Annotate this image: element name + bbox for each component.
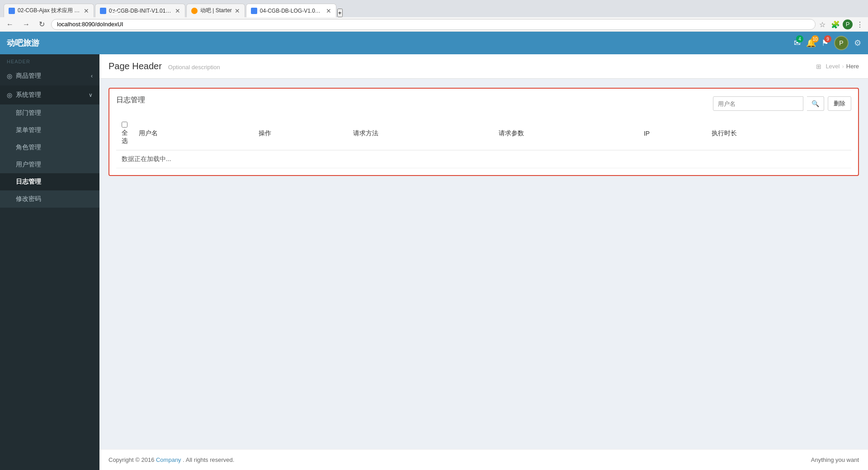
log-table-wrapper: 全选 用户名 操作 请求方法 请求参数 IP 执行时长 (116, 117, 851, 168)
col-operation: 操作 (253, 117, 348, 150)
new-tab-button[interactable]: + (337, 9, 343, 17)
sidebar-submenu-menu[interactable]: 菜单管理 (0, 122, 99, 139)
footer-copyright: Copyright © 2016 (108, 456, 154, 463)
select-all-checkbox[interactable] (122, 122, 127, 128)
col-method: 请求方法 (348, 117, 493, 150)
forward-button[interactable]: → (20, 19, 33, 29)
header-settings-icon[interactable]: ⚙ (854, 38, 861, 48)
page-title-group: Page Header Optional description (108, 61, 220, 71)
system-arrow: ∨ (89, 92, 93, 98)
profile-icon[interactable]: P (843, 19, 853, 29)
col-select-all-label: 全选 (122, 129, 128, 144)
tab-favicon-2 (100, 8, 106, 14)
footer: Copyright © 2016 Company . All rights re… (99, 449, 868, 470)
sidebar-item-goods[interactable]: ◎ 商品管理 ‹ (0, 66, 99, 85)
search-input[interactable] (713, 96, 803, 111)
address-bar[interactable] (51, 19, 816, 30)
content-header: Page Header Optional description ⊞ Level… (99, 54, 868, 79)
col-ip: IP (638, 117, 706, 150)
sidebar: HEADER ◎ 商品管理 ‹ ◎ 系统管理 ∨ 部门管理 菜单管理 角色管理 … (0, 54, 99, 470)
breadcrumb-current: Here (846, 63, 859, 70)
bell-badge: 10 (811, 35, 819, 43)
footer-left: Copyright © 2016 Company . All rights re… (108, 456, 234, 463)
tab-close-3[interactable]: ✕ (235, 7, 240, 14)
sidebar-submenu-role[interactable]: 角色管理 (0, 139, 99, 156)
goods-arrow: ‹ (91, 73, 93, 79)
browser-tab-1[interactable]: 02-CGB-Ajax 技术应用 - Goog... ✕ (4, 4, 94, 17)
system-label: 系统管理 (16, 91, 85, 99)
breadcrumb-level-icon: ⊞ (816, 63, 821, 70)
menu-icon[interactable]: ⋮ (856, 20, 864, 28)
app-header: 动吧旅游 ✉ 4 🔔 10 ⚑ 9 P ⚙ ☰ (0, 32, 868, 54)
tab-favicon-3 (191, 8, 198, 14)
flag-icon-btn[interactable]: ⚑ 9 (821, 38, 829, 48)
sidebar-submenu-pwd[interactable]: 修改密码 (0, 190, 99, 208)
sidebar-submenu-log[interactable]: 日志管理 (0, 173, 99, 190)
table-header-row: 全选 用户名 操作 请求方法 请求参数 IP 执行时长 (116, 117, 851, 150)
system-icon: ◎ (7, 91, 12, 99)
star-icon[interactable]: ☆ (819, 20, 827, 28)
tab-close-4[interactable]: ✕ (326, 7, 331, 14)
footer-right: Anything you want (811, 456, 859, 463)
tab-favicon-1 (9, 8, 15, 14)
log-toolbar: 🔍 删除 (713, 96, 851, 111)
tab-close-2[interactable]: ✕ (175, 7, 180, 14)
table-row-loading: 数据正在加载中... (116, 150, 851, 168)
sidebar-submenu-user[interactable]: 用户管理 (0, 156, 99, 173)
loading-text: 数据正在加载中... (116, 150, 851, 168)
tab-title-1: 02-CGB-Ajax 技术应用 - Goog... (18, 7, 81, 14)
card-title: 日志管理 (116, 95, 145, 105)
app-container: 动吧旅游 ✉ 4 🔔 10 ⚑ 9 P ⚙ ☰ HEADER ◎ (0, 32, 868, 470)
breadcrumb: ⊞ Level › Here (816, 63, 859, 70)
header-right: ✉ 4 🔔 10 ⚑ 9 P ⚙ (794, 36, 861, 50)
page-subtitle: Optional description (168, 64, 220, 71)
tab-close-1[interactable]: ✕ (84, 7, 89, 14)
tab-favicon-4 (251, 8, 257, 14)
main-content: Page Header Optional description ⊞ Level… (99, 54, 868, 470)
col-checkbox: 全选 (116, 117, 133, 150)
footer-company-link[interactable]: Company (156, 456, 181, 463)
browser-tab-3[interactable]: 动吧 | Starter ✕ (186, 4, 245, 17)
email-icon-btn[interactable]: ✉ 4 (794, 38, 801, 48)
flag-badge: 9 (824, 35, 831, 43)
delete-button[interactable]: 删除 (828, 96, 851, 111)
log-table: 全选 用户名 操作 请求方法 请求参数 IP 执行时长 (116, 117, 851, 168)
footer-rights: . All rights reserved. (183, 456, 234, 463)
tab-title-4: 04-CGB-DB-LOG-V1.02 - Goo... (260, 8, 323, 14)
browser-tab-4[interactable]: 04-CGB-DB-LOG-V1.02 - Goo... ✕ (246, 4, 336, 17)
app-logo: 动吧旅游 (7, 38, 39, 48)
reload-button[interactable]: ↻ (36, 19, 47, 29)
search-button[interactable]: 🔍 (807, 96, 824, 111)
toolbar-icons: ☆ 🧩 P ⋮ (819, 19, 864, 29)
goods-label: 商品管理 (16, 72, 87, 80)
goods-icon: ◎ (7, 72, 12, 80)
app-body: HEADER ◎ 商品管理 ‹ ◎ 系统管理 ∨ 部门管理 菜单管理 角色管理 … (0, 54, 868, 470)
breadcrumb-level: Level (826, 63, 840, 70)
browser-chrome: 02-CGB-Ajax 技术应用 - Goog... ✕ 03-CGB-DB-I… (0, 0, 868, 32)
browser-tab-2[interactable]: 03-CGB-DB-INIT-V1.01 - Goo... ✕ (95, 4, 185, 17)
sidebar-submenu: 部门管理 菜单管理 角色管理 用户管理 日志管理 修改密码 (0, 104, 99, 208)
extension-icon[interactable]: 🧩 (831, 20, 839, 28)
tab-title-3: 动吧 | Starter (200, 7, 232, 14)
email-badge: 4 (796, 35, 803, 43)
hamburger-icon[interactable]: ☰ (111, 6, 119, 17)
browser-tabs: 02-CGB-Ajax 技术应用 - Goog... ✕ 03-CGB-DB-I… (0, 0, 868, 17)
bell-icon-btn[interactable]: 🔔 10 (806, 38, 816, 48)
col-params: 请求参数 (493, 117, 638, 150)
breadcrumb-separator: › (842, 63, 844, 70)
col-username: 用户名 (133, 117, 253, 150)
browser-toolbar: ← → ↻ ☆ 🧩 P ⋮ (0, 17, 868, 32)
sidebar-item-system[interactable]: ◎ 系统管理 ∨ (0, 85, 99, 104)
user-avatar[interactable]: P (834, 36, 849, 50)
content-body: 日志管理 🔍 删除 (99, 79, 868, 449)
sidebar-submenu-dept[interactable]: 部门管理 (0, 104, 99, 122)
col-duration: 执行时长 (706, 117, 851, 150)
log-management-card: 日志管理 🔍 删除 (108, 88, 859, 176)
sidebar-section-label: HEADER (0, 54, 99, 66)
back-button[interactable]: ← (4, 19, 16, 29)
page-title: Page Header (108, 61, 162, 71)
